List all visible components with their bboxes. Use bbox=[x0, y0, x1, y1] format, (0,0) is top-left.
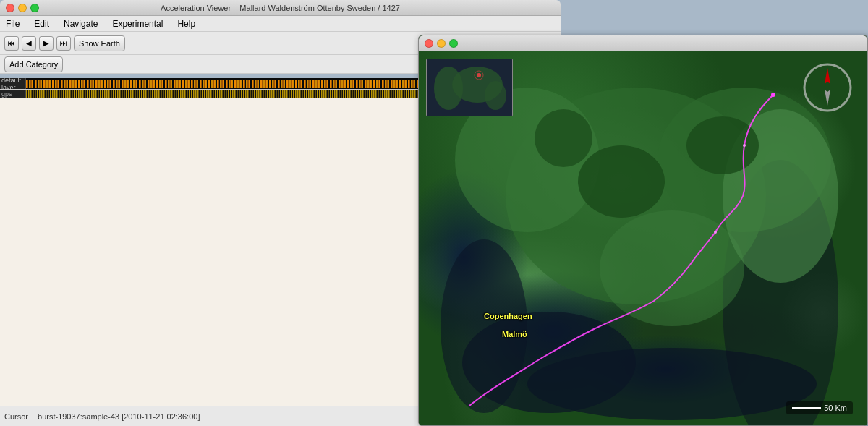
close-button[interactable] bbox=[6, 4, 14, 12]
svg-marker-31 bbox=[825, 68, 830, 84]
menu-file[interactable]: File bbox=[3, 17, 22, 30]
compass bbox=[802, 62, 853, 113]
menu-bar: File Edit Navigate Experimental Help bbox=[0, 16, 561, 32]
menu-edit[interactable]: Edit bbox=[31, 17, 52, 30]
svg-rect-29 bbox=[427, 59, 513, 116]
add-category-button[interactable]: Add Category bbox=[4, 56, 63, 72]
svg-point-9 bbox=[441, 239, 527, 413]
menu-navigate[interactable]: Navigate bbox=[61, 17, 101, 30]
skip-back-button[interactable]: ⏮ bbox=[4, 36, 19, 51]
svg-point-17 bbox=[578, 145, 665, 218]
minimize-button[interactable] bbox=[18, 4, 27, 12]
menu-experimental[interactable]: Experimental bbox=[109, 17, 166, 30]
map-maximize-button[interactable] bbox=[449, 39, 458, 48]
mini-world-map bbox=[426, 59, 513, 116]
svg-point-20 bbox=[771, 93, 775, 97]
step-back-button[interactable]: ◀ bbox=[22, 36, 36, 51]
map-title-bar bbox=[419, 35, 867, 51]
default-layer-label: default layer bbox=[0, 78, 26, 89]
svg-point-15 bbox=[600, 210, 744, 326]
step-forward-button[interactable]: ▶ bbox=[39, 36, 54, 51]
map-minimize-button[interactable] bbox=[437, 39, 446, 48]
gps-layer-label: gps bbox=[0, 90, 26, 98]
cursor-label: Cursor bbox=[0, 406, 33, 426]
show-earth-button[interactable]: Show Earth bbox=[74, 35, 125, 51]
svg-point-18 bbox=[535, 109, 592, 167]
scale-bar: 50 Km bbox=[786, 401, 853, 414]
skip-forward-button[interactable]: ⏭ bbox=[56, 36, 71, 51]
window-title: Acceleration Viewer – Mallard Waldenströ… bbox=[161, 4, 400, 12]
traffic-lights bbox=[6, 4, 39, 12]
svg-point-19 bbox=[686, 116, 759, 174]
city-copenhagen: Copenhagen bbox=[484, 312, 532, 320]
menu-help[interactable]: Help bbox=[174, 17, 198, 30]
maximize-button[interactable] bbox=[30, 4, 39, 12]
svg-point-22 bbox=[714, 231, 717, 234]
map-window: Copenhagen Malmö 50 Km bbox=[418, 35, 868, 426]
map-close-button[interactable] bbox=[425, 39, 433, 48]
map-content[interactable]: Copenhagen Malmö 50 Km bbox=[419, 51, 867, 425]
svg-marker-32 bbox=[825, 90, 830, 106]
title-bar: Acceleration Viewer – Mallard Waldenströ… bbox=[0, 0, 561, 16]
scale-label: 50 Km bbox=[824, 404, 847, 412]
city-malmo: Malmö bbox=[502, 330, 527, 338]
scale-line bbox=[792, 407, 821, 409]
svg-point-21 bbox=[743, 144, 746, 147]
